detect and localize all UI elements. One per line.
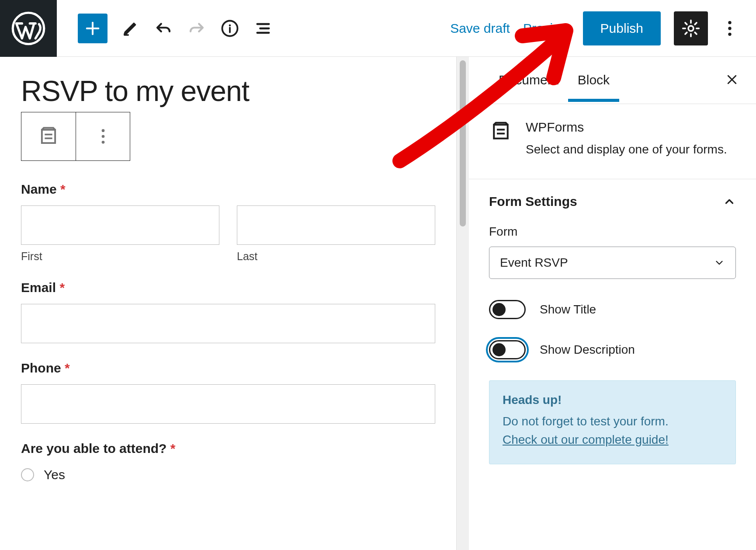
toggle-show-description: Show Description [489,340,736,359]
field-email: Email * [21,280,435,343]
gear-icon [681,19,701,38]
field-label: Phone * [21,361,435,376]
settings-button[interactable] [674,11,708,45]
email-input[interactable] [21,304,435,343]
save-draft-button[interactable]: Save draft [450,21,510,36]
editor-canvas: RSVP to my event Name * First L [0,57,457,550]
notice-body: Do not forget to test your form. Check o… [503,412,722,449]
svg-point-8 [101,135,104,138]
block-type-button[interactable] [21,112,76,160]
svg-point-2 [229,24,231,26]
undo-button[interactable] [153,18,174,39]
scrollbar[interactable] [457,57,469,550]
block-toolbar [21,112,130,161]
settings-sidebar: Document Block WPForms Select and displa… [469,57,756,550]
redo-icon [187,19,206,38]
plus-icon [84,20,101,37]
preview-button[interactable]: Preview [523,21,570,36]
toolbar-left-group [57,14,274,43]
select-value: Event RSVP [500,256,568,270]
undo-icon [154,19,173,38]
block-more-button[interactable] [76,112,130,160]
block-card: WPForms Select and display one of your f… [469,104,756,179]
publish-button[interactable]: Publish [583,11,661,45]
add-block-button[interactable] [78,14,108,43]
pencil-icon [121,20,139,37]
radio-option-yes[interactable]: Yes [21,467,435,482]
section-title: Form Settings [489,194,577,209]
block-description: Select and display one of your forms. [526,141,727,159]
svg-point-7 [101,129,104,132]
svg-point-4 [728,21,731,24]
switch-label: Show Title [540,303,596,317]
info-button[interactable] [219,18,240,39]
close-sidebar-button[interactable] [721,69,743,92]
scrollbar-thumb[interactable] [460,60,466,226]
form-settings-panel: Form Settings Form Event RSVP Show Title… [469,179,756,477]
editor-toolbar: Save draft Preview Publish [0,0,756,57]
form-select-label: Form [489,225,736,239]
field-phone: Phone * [21,361,435,424]
radio-label: Yes [44,467,65,482]
field-name: Name * First Last [21,182,435,263]
radio-icon [21,468,34,481]
sublabel-last: Last [237,250,435,263]
heads-up-notice: Heads up! Do not forget to test your for… [489,380,736,464]
chevron-up-icon [723,195,736,208]
toolbar-right-group: Save draft Preview Publish [450,11,756,45]
block-title: WPForms [526,120,727,135]
outline-button[interactable] [253,18,274,39]
svg-point-9 [101,141,104,144]
svg-point-6 [728,32,731,35]
tab-document[interactable]: Document [489,59,568,101]
svg-point-5 [728,27,731,30]
main-area: RSVP to my event Name * First L [0,57,756,550]
svg-point-3 [688,26,694,31]
field-attend: Are you able to attend? * Yes [21,441,435,482]
list-icon [254,20,272,37]
switch-label: Show Description [540,343,635,357]
tab-block[interactable]: Block [568,59,619,101]
toggle-show-title: Show Title [489,300,736,319]
edit-mode-button[interactable] [120,18,141,39]
form-icon [37,125,60,148]
notice-guide-link[interactable]: Check out our complete guide! [503,433,669,446]
chevron-down-icon [714,257,725,268]
field-label: Are you able to attend? * [21,441,435,456]
redo-button[interactable] [186,18,207,39]
post-title[interactable]: RSVP to my event [21,74,435,108]
wordpress-icon [11,11,45,45]
kebab-icon [101,128,105,145]
field-label: Email * [21,280,435,295]
info-icon [221,19,239,38]
form-icon [489,120,513,143]
notice-title: Heads up! [503,393,722,407]
sidebar-tabs: Document Block [469,57,756,104]
more-options-button[interactable] [721,15,739,42]
block-icon [489,120,513,159]
phone-input[interactable] [21,384,435,424]
form-settings-toggle[interactable]: Form Settings [489,192,736,218]
show-description-switch[interactable] [489,340,526,359]
last-name-input[interactable] [237,205,435,245]
show-title-switch[interactable] [489,300,526,319]
field-label: Name * [21,182,435,197]
sublabel-first: First [21,250,219,263]
close-icon [725,73,739,86]
form-select[interactable]: Event RSVP [489,247,736,279]
kebab-icon [728,19,732,38]
first-name-input[interactable] [21,205,219,245]
wordpress-logo[interactable] [0,0,57,57]
form-preview: Name * First Last Email * Phone * [21,161,435,482]
